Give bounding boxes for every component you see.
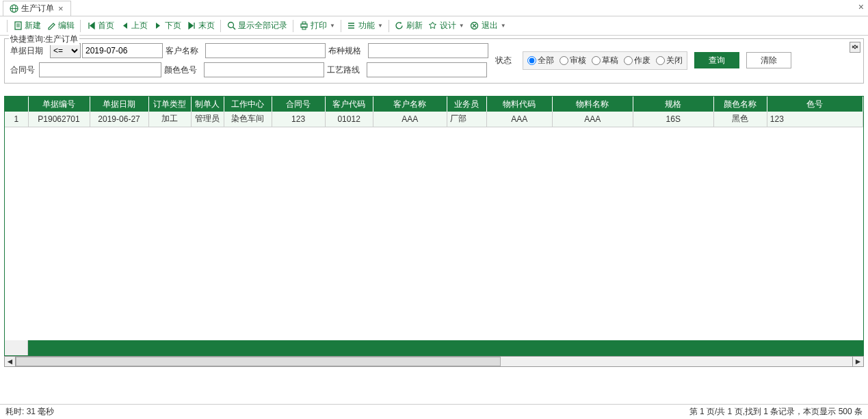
status-elapsed: 耗时: 31 毫秒 bbox=[5, 406, 54, 418]
route-input[interactable] bbox=[367, 62, 487, 77]
status-bar: 耗时: 31 毫秒 第 1 页/共 1 页,找到 1 条记录，本页显示 500 … bbox=[0, 404, 868, 419]
table-header-cell[interactable]: 合同号 bbox=[272, 97, 325, 112]
status-radio-草稿[interactable]: 草稿 bbox=[592, 55, 618, 66]
color-input[interactable] bbox=[204, 62, 324, 77]
globe-icon bbox=[9, 3, 18, 13]
date-input[interactable] bbox=[82, 43, 163, 58]
toolbar: 新建 编辑 首页 上页 下页 末页 显示全部记录 打印 ▼ 功能 ▼ 刷新 bbox=[0, 16, 868, 36]
scroll-thumb[interactable] bbox=[16, 357, 501, 366]
svg-rect-10 bbox=[302, 22, 306, 24]
quick-search-panel: 快捷查询:生产订单 单据日期 <=>== 客户名称 布种规格 bbox=[4, 38, 864, 84]
label-route: 工艺路线 bbox=[327, 64, 365, 76]
table-header-cell[interactable]: 物料名称 bbox=[552, 97, 633, 112]
status-radio-全部[interactable]: 全部 bbox=[527, 55, 554, 66]
status-pager: 第 1 页/共 1 页,找到 1 条记录，本页显示 500 条 bbox=[689, 406, 863, 418]
design-icon bbox=[428, 21, 438, 31]
table-header-cell[interactable]: 制单人 bbox=[191, 97, 224, 112]
table-header-cell[interactable]: 规格 bbox=[633, 97, 713, 112]
horizontal-scrollbar[interactable]: ◄ ► bbox=[4, 356, 864, 367]
label-date: 单据日期 bbox=[10, 45, 49, 57]
scroll-track[interactable] bbox=[16, 357, 852, 366]
label-spec: 布种规格 bbox=[328, 45, 367, 57]
last-page-button[interactable]: 末页 bbox=[184, 18, 218, 34]
next-icon bbox=[153, 21, 163, 31]
query-button[interactable]: 查询 bbox=[694, 52, 739, 68]
table-row[interactable]: 1P190627012019-06-27加工管理员染色车间12301012AAA… bbox=[5, 112, 863, 127]
status-radio-关闭[interactable]: 关闭 bbox=[656, 55, 683, 66]
edit-button[interactable]: 编辑 bbox=[44, 18, 77, 34]
label-color: 颜色色号 bbox=[164, 64, 202, 76]
table-cell: 123 bbox=[272, 112, 325, 127]
table-header-cell[interactable]: 业务员 bbox=[447, 97, 486, 112]
status-radio-作废[interactable]: 作废 bbox=[624, 55, 650, 66]
table-header-cell[interactable] bbox=[5, 97, 28, 112]
caret-down-icon: ▼ bbox=[330, 23, 335, 29]
print-button[interactable]: 打印 ▼ bbox=[296, 18, 338, 34]
edit-icon bbox=[47, 21, 56, 31]
table-cell: 01012 bbox=[325, 112, 373, 127]
first-page-button[interactable]: 首页 bbox=[83, 18, 117, 34]
table-header-cell[interactable]: 单据日期 bbox=[90, 97, 148, 112]
next-page-button[interactable]: 下页 bbox=[150, 18, 184, 34]
spec-input[interactable] bbox=[368, 43, 488, 58]
new-icon bbox=[13, 21, 23, 31]
function-button[interactable]: 功能 ▼ bbox=[344, 18, 386, 34]
table-cell: AAA bbox=[552, 112, 633, 127]
caret-down-icon: ▼ bbox=[501, 23, 506, 29]
table-cell: 管理员 bbox=[191, 112, 224, 127]
refresh-icon bbox=[395, 21, 404, 31]
table-header-cell[interactable]: 客户代码 bbox=[325, 97, 373, 112]
label-customer: 客户名称 bbox=[166, 45, 204, 57]
status-radio-审核[interactable]: 审核 bbox=[560, 55, 586, 66]
table-header-cell[interactable]: 客户名称 bbox=[373, 97, 447, 112]
svg-point-7 bbox=[228, 23, 233, 28]
status-radio-group: 全部审核草稿作废关闭 bbox=[523, 51, 687, 70]
table-header-row: 单据编号单据日期订单类型制单人工作中心合同号客户代码客户名称业务员物料代码物料名… bbox=[5, 97, 863, 112]
table-cell: AAA bbox=[373, 112, 447, 127]
table-cell: AAA bbox=[486, 112, 552, 127]
prev-page-button[interactable]: 上页 bbox=[117, 18, 150, 34]
table-cell: P19062701 bbox=[28, 112, 90, 127]
table-header-cell[interactable]: 颜色名称 bbox=[713, 97, 767, 112]
table-cell: 染色车间 bbox=[224, 112, 272, 127]
table-cell: 黑色 bbox=[713, 112, 767, 127]
customer-input[interactable] bbox=[205, 43, 326, 58]
contract-input[interactable] bbox=[39, 62, 161, 77]
search-legend: 快捷查询:生产订单 bbox=[9, 34, 79, 45]
table-header-cell[interactable]: 色号 bbox=[767, 97, 863, 112]
table-header-cell[interactable]: 物料代码 bbox=[486, 97, 552, 112]
data-table: 单据编号单据日期订单类型制单人工作中心合同号客户代码客户名称业务员物料代码物料名… bbox=[4, 96, 864, 356]
tab-title: 生产订单 bbox=[21, 3, 54, 14]
tab-bar: 生产订单 × × bbox=[0, 0, 868, 16]
clear-button[interactable]: 清除 bbox=[746, 52, 791, 68]
show-all-button[interactable]: 显示全部记录 bbox=[224, 18, 290, 34]
tab-close-icon[interactable]: × bbox=[57, 3, 65, 14]
svg-line-8 bbox=[233, 27, 235, 30]
label-contract: 合同号 bbox=[10, 64, 38, 76]
table-header-cell[interactable]: 订单类型 bbox=[148, 97, 191, 112]
window-close-icon[interactable]: × bbox=[858, 1, 864, 12]
new-button[interactable]: 新建 bbox=[10, 18, 44, 34]
refresh-button[interactable]: 刷新 bbox=[392, 18, 425, 34]
table-header-cell[interactable]: 单据编号 bbox=[28, 97, 90, 112]
collapse-search-button[interactable] bbox=[850, 42, 860, 53]
table-summary-row bbox=[5, 340, 863, 355]
scroll-right-icon[interactable]: ► bbox=[852, 357, 863, 366]
chevron-up-icon bbox=[852, 44, 858, 51]
show-all-icon bbox=[226, 21, 236, 31]
function-icon bbox=[347, 21, 356, 31]
tab-production-order[interactable]: 生产订单 × bbox=[3, 1, 71, 16]
last-icon bbox=[187, 21, 196, 31]
row-number-cell: 1 bbox=[5, 112, 28, 127]
first-icon bbox=[86, 21, 96, 31]
label-status: 状态 bbox=[495, 55, 512, 66]
scroll-left-icon[interactable]: ◄ bbox=[5, 357, 16, 366]
table-cell: 2019-06-27 bbox=[90, 112, 148, 127]
exit-button[interactable]: 退出 ▼ bbox=[467, 18, 509, 34]
design-button[interactable]: 设计 ▼ bbox=[425, 18, 467, 34]
date-operator-select[interactable]: <=>== bbox=[50, 43, 81, 58]
caret-down-icon: ▼ bbox=[378, 23, 383, 29]
table-cell: 厂部 bbox=[447, 112, 486, 127]
table-header-cell[interactable]: 工作中心 bbox=[224, 97, 272, 112]
table-cell: 123 bbox=[767, 112, 863, 127]
